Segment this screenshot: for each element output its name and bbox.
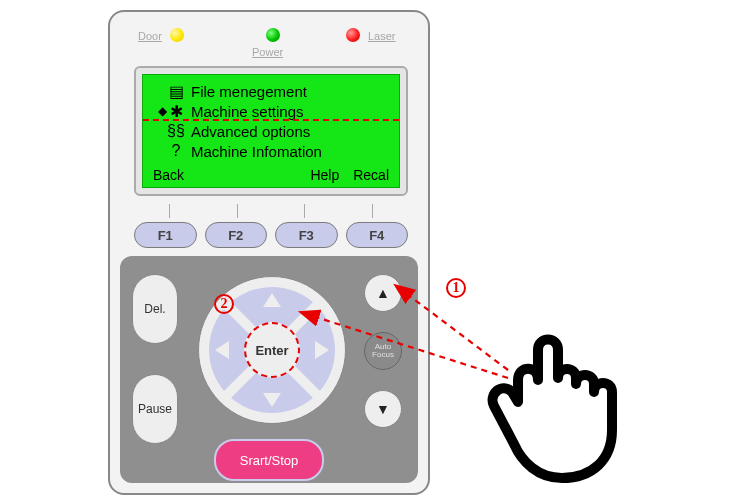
info-icon: ? [167,142,185,160]
f3-key[interactable]: F3 [275,222,338,248]
dpad-down-icon[interactable] [263,393,281,407]
dpad-left-icon[interactable] [215,341,229,359]
delete-button[interactable]: Del. [132,274,178,344]
power-label: Power [252,46,283,58]
menu-item-info[interactable]: ? Machine Infomation [157,141,389,161]
menu-item-settings[interactable]: ◆ ✱ Machine settings [157,101,389,121]
start-stop-button[interactable]: Srart/Stop [214,439,324,481]
lcd-frame: ▤ File menegement ◆ ✱ Machine settings §… [134,66,408,196]
arrow-down-button[interactable]: ▼ [364,390,402,428]
door-led-icon [170,28,184,42]
f2-key[interactable]: F2 [205,222,268,248]
main-menu: ▤ File menegement ◆ ✱ Machine settings §… [157,81,389,161]
advanced-icon: §§ [167,122,185,140]
menu-label: Machine Infomation [185,143,322,160]
door-label: Door [138,30,162,42]
menu-label: Advanced options [185,123,310,140]
menu-item-file[interactable]: ▤ File menegement [157,81,389,101]
keypad-panel: Del. Pause Enter ▲ AutoFocus ▼ Srart/Sto… [120,256,418,483]
triangle-up-icon: ▲ [376,285,390,301]
arrow-up-button[interactable]: ▲ [364,274,402,312]
softkey-back[interactable]: Back [153,167,184,183]
auto-focus-button[interactable]: AutoFocus [364,332,402,370]
pause-button[interactable]: Pause [132,374,178,444]
softkey-recall[interactable]: Recal [353,167,389,183]
callout-two: 2 [214,294,234,314]
f4-key[interactable]: F4 [346,222,409,248]
settings-icon: ✱ [167,102,185,121]
menu-label: File menegement [185,83,307,100]
dpad-up-icon[interactable] [263,293,281,307]
file-icon: ▤ [167,82,185,101]
highlight-line [143,119,400,121]
auto-focus-label: AutoFocus [372,343,394,360]
menu-item-advanced[interactable]: §§ Advanced options [157,121,389,141]
laser-led-icon [346,28,360,42]
lcd-screen: ▤ File menegement ◆ ✱ Machine settings §… [142,74,400,188]
function-key-row: F1 F2 F3 F4 [134,222,408,248]
power-led-icon [266,28,280,42]
f1-key[interactable]: F1 [134,222,197,248]
softkey-help[interactable]: Help [310,167,339,183]
callout-one: 1 [446,278,466,298]
control-panel-device: Door Power Laser ▤ File menegement ◆ ✱ M… [108,10,430,495]
hand-pointer-icon [480,310,670,490]
dpad-right-icon[interactable] [315,341,329,359]
menu-label: Machine settings [185,103,304,120]
laser-label: Laser [368,30,396,42]
status-row: Door Power Laser [110,26,428,56]
menu-selector: ◆ [157,104,167,118]
triangle-down-icon: ▼ [376,401,390,417]
separator-row [136,204,406,220]
enter-button[interactable]: Enter [244,322,300,378]
softkey-row: Back Help Recal [153,167,389,183]
